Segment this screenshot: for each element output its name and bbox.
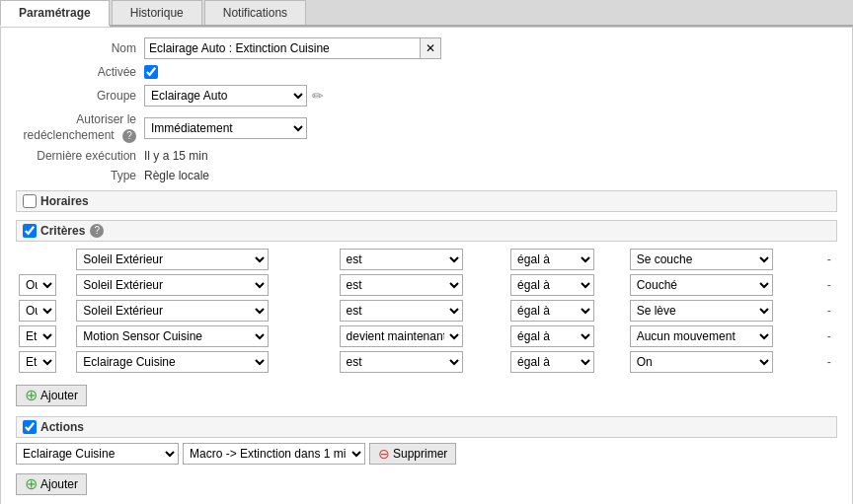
actions-checkbox[interactable]	[23, 420, 37, 434]
nom-label: Nom	[16, 41, 144, 55]
criteria-connector-select[interactable]: Ou	[19, 274, 56, 296]
type-row: Type Règle locale	[16, 169, 837, 182]
nom-clear-button[interactable]: ✕	[420, 37, 441, 59]
activee-checkbox[interactable]	[144, 65, 158, 79]
criteria-add-label: Ajouter	[40, 389, 78, 402]
type-label: Type	[16, 169, 144, 182]
criteria-row: EtEclairage Cuisineestégal àOn-	[16, 349, 837, 375]
criteria-value-select[interactable]: Se lève	[630, 300, 773, 322]
criteria-field-select[interactable]: Motion Sensor Cuisine	[76, 325, 269, 347]
criteria-operator-select[interactable]: est	[340, 300, 463, 322]
criteria-connector-select[interactable]: Ou	[19, 300, 56, 322]
criteria-operator-select[interactable]: est	[340, 249, 463, 270]
criteria-remove[interactable]: -	[824, 247, 837, 272]
criteria-connector-empty	[19, 252, 22, 266]
criteria-value-select[interactable]: Aucun mouvement	[630, 325, 773, 347]
criteria-value-select[interactable]: Couché	[630, 274, 773, 296]
criteria-add-button[interactable]: ⊕ Ajouter	[16, 385, 87, 406]
criteria-comparator-select[interactable]: égal à	[510, 351, 594, 373]
horaires-checkbox[interactable]	[23, 194, 37, 208]
activee-row: Activée	[16, 65, 837, 79]
criteria-operator-select[interactable]: est	[340, 274, 463, 296]
activee-label: Activée	[16, 65, 144, 79]
criteria-comparator-select[interactable]: égal à	[510, 249, 594, 270]
criteria-remove[interactable]: -	[824, 272, 837, 298]
autoriser-help-icon[interactable]: ?	[122, 129, 136, 143]
groupe-select[interactable]: Eclairage Auto	[144, 85, 307, 107]
tab-historique[interactable]: Historique	[112, 0, 202, 25]
criteria-comparator-select[interactable]: égal à	[510, 300, 594, 322]
criteria-value-select[interactable]: Se couche	[630, 249, 773, 270]
actions-add-icon: ⊕	[25, 476, 38, 492]
nom-input[interactable]	[144, 37, 421, 59]
criteria-operator-select[interactable]: devient maintenant	[340, 325, 463, 347]
criteria-remove[interactable]: -	[824, 324, 837, 349]
horaires-label[interactable]: Horaires	[40, 194, 89, 208]
supprimer-icon: ⊖	[378, 447, 390, 461]
type-value: Règle locale	[144, 169, 209, 182]
actions-add-label: Ajouter	[40, 477, 78, 491]
tab-bar: Paramétrage Historique Notifications	[0, 0, 853, 27]
criteria-row: EtMotion Sensor Cuisinedevient maintenan…	[16, 324, 837, 349]
criteria-operator-select[interactable]: est	[340, 351, 463, 373]
tab-parametrage[interactable]: Paramétrage	[0, 0, 110, 27]
action-device-select[interactable]: Eclairage Cuisine	[16, 443, 179, 465]
criteria-remove[interactable]: -	[824, 298, 837, 324]
derniere-exec-row: Dernière exécution Il y a 15 min	[16, 149, 837, 163]
criteria-field-select[interactable]: Eclairage Cuisine	[76, 351, 269, 373]
criteria-field-select[interactable]: Soleil Extérieur	[76, 300, 269, 322]
criteria-table: Soleil Extérieurestégal àSe couche-OuSol…	[16, 247, 837, 375]
criteria-field-select[interactable]: Soleil Extérieur	[76, 274, 269, 296]
actions-label[interactable]: Actions	[40, 420, 84, 434]
actions-add-button[interactable]: ⊕ Ajouter	[16, 473, 87, 495]
horaires-section: Horaires	[16, 190, 837, 212]
tab-notifications[interactable]: Notifications	[204, 0, 306, 25]
autoriser-label: Autoriser le redéclenchement ?	[16, 112, 144, 143]
supprimer-label: Supprimer	[393, 447, 447, 461]
nom-row: Nom ✕	[16, 37, 837, 59]
criteres-checkbox[interactable]	[23, 224, 37, 238]
criteria-comparator-select[interactable]: égal à	[510, 274, 594, 296]
autoriser-row: Autoriser le redéclenchement ? Immédiate…	[16, 112, 837, 143]
criteria-remove[interactable]: -	[824, 349, 837, 375]
derniere-exec-label: Dernière exécution	[16, 149, 144, 163]
criteres-help-icon[interactable]: ?	[90, 224, 104, 238]
criteria-row: OuSoleil Extérieurestégal àSe lève-	[16, 298, 837, 324]
criteria-row: OuSoleil Extérieurestégal àCouché-	[16, 272, 837, 298]
groupe-row: Groupe Eclairage Auto ✏	[16, 85, 837, 107]
groupe-edit-icon[interactable]: ✏	[312, 88, 324, 104]
criteres-label[interactable]: Critères	[40, 224, 85, 238]
action-supprimer-button[interactable]: ⊖ Supprimer	[369, 443, 456, 465]
criteria-row: Soleil Extérieurestégal àSe couche-	[16, 247, 837, 272]
main-content: Nom ✕ Activée Groupe Eclairage Auto ✏ Au…	[0, 27, 853, 504]
action-macro-select[interactable]: Macro -> Extinction dans 1 min	[183, 443, 365, 465]
actions-section-header: Actions	[16, 416, 837, 438]
criteres-section-header: Critères ?	[16, 220, 837, 242]
criteria-comparator-select[interactable]: égal à	[510, 325, 594, 347]
actions-row: Eclairage Cuisine Macro -> Extinction da…	[16, 443, 837, 465]
criteria-add-icon: ⊕	[25, 388, 38, 403]
criteria-connector-select[interactable]: Et	[19, 351, 56, 373]
autoriser-select[interactable]: Immédiatement	[144, 117, 307, 139]
criteria-connector-select[interactable]: Et	[19, 325, 56, 347]
criteria-value-select[interactable]: On	[630, 351, 773, 373]
criteria-field-select[interactable]: Soleil Extérieur	[76, 249, 269, 270]
groupe-label: Groupe	[16, 89, 144, 103]
derniere-exec-value: Il y a 15 min	[144, 149, 208, 163]
